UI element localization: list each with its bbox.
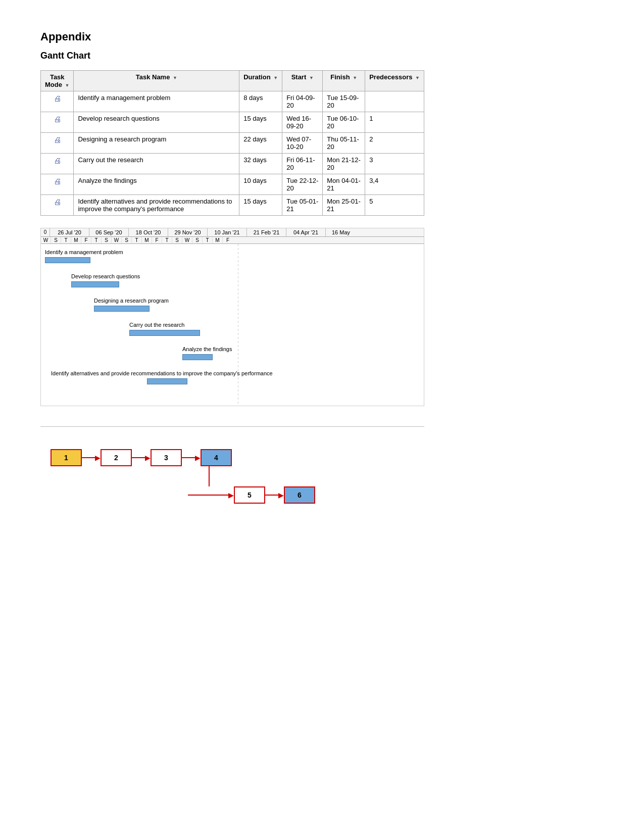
gantt-subheader-days: W S T M F T S W S T M F T S W S T M F bbox=[41, 237, 424, 244]
sub-t: T bbox=[61, 237, 71, 243]
network-node-5: 5 bbox=[234, 486, 265, 504]
cell-start-4: Fri 06-11-20 bbox=[282, 154, 323, 174]
chart-label-4: Carry out the research bbox=[129, 322, 184, 328]
net-arrow-line-1-2 bbox=[82, 457, 96, 458]
sub-t2: T bbox=[91, 237, 102, 243]
sub-s4: S bbox=[172, 237, 182, 243]
cell-finish-3: Thu 05-11-20 bbox=[323, 133, 365, 154]
sub-t5: T bbox=[203, 237, 213, 243]
cell-finish-5: Mon 04-01-21 bbox=[323, 174, 365, 195]
cell-pred-4: 3 bbox=[365, 154, 424, 174]
network-node-4: 4 bbox=[201, 449, 232, 466]
header-cell-2: 06 Sep '20 bbox=[89, 228, 129, 236]
cell-start-5: Tue 22-12-20 bbox=[282, 174, 323, 195]
cell-mode-6: 🖨 bbox=[41, 195, 74, 216]
cell-mode-1: 🖨 bbox=[41, 91, 74, 112]
chart-label-1: Identify a management problem bbox=[45, 249, 123, 255]
table-row-2: 🖨 Develop research questions 15 days Wed… bbox=[41, 112, 424, 133]
header-cell-7: 04 Apr '21 bbox=[286, 228, 326, 236]
sub-f2: F bbox=[152, 237, 162, 243]
net-arrow-tip-to-5: ▶ bbox=[228, 491, 234, 499]
sub-f3: F bbox=[223, 237, 233, 243]
net-arrow-line-3-4 bbox=[182, 457, 196, 458]
cell-finish-2: Tue 06-10-20 bbox=[323, 112, 365, 133]
cell-name-3: Designing a research program bbox=[74, 133, 239, 154]
cell-mode-5: 🖨 bbox=[41, 174, 74, 195]
cell-start-6: Tue 05-01-21 bbox=[282, 195, 323, 216]
cell-pred-6: 5 bbox=[365, 195, 424, 216]
network-diagram: 1 ▶ 2 ▶ 3 ▶ 4 ▶ 5 bbox=[40, 439, 424, 514]
network-node-3: 3 bbox=[151, 449, 182, 466]
header-cell-4: 29 Nov '20 bbox=[168, 228, 208, 236]
sub-w3: W bbox=[182, 237, 192, 243]
cell-pred-1 bbox=[365, 91, 424, 112]
section-separator bbox=[40, 426, 424, 427]
cell-finish-1: Tue 15-09-20 bbox=[323, 91, 365, 112]
cell-finish-4: Mon 21-12-20 bbox=[323, 154, 365, 174]
table-row-5: 🖨 Analyze the findings 10 days Tue 22-12… bbox=[41, 174, 424, 195]
sub-s: S bbox=[51, 237, 61, 243]
task-mode-icon-5: 🖨 bbox=[54, 177, 61, 185]
gantt-subtitle: Gantt Chart bbox=[40, 51, 604, 61]
cell-mode-4: 🖨 bbox=[41, 154, 74, 174]
chart-label-5: Analyze the findings bbox=[182, 346, 232, 352]
net-hline-to-5 bbox=[189, 495, 229, 496]
cell-name-2: Develop research questions bbox=[74, 112, 239, 133]
chart-bar-3 bbox=[94, 306, 150, 312]
chart-bar-1 bbox=[45, 257, 90, 263]
net-vline-segment bbox=[209, 466, 210, 486]
cell-duration-5: 10 days bbox=[239, 174, 282, 195]
task-mode-icon-6: 🖨 bbox=[54, 198, 61, 206]
net-arrow-tip-5-6: ▶ bbox=[278, 491, 284, 499]
cell-duration-1: 8 days bbox=[239, 91, 282, 112]
header-cell-8: 16 May bbox=[326, 228, 356, 236]
cell-name-6: Identify alternatives and provide recomm… bbox=[74, 195, 239, 216]
cell-duration-3: 22 days bbox=[239, 133, 282, 154]
sub-t3: T bbox=[132, 237, 142, 243]
cell-pred-3: 2 bbox=[365, 133, 424, 154]
header-cell-0: 0 bbox=[41, 228, 50, 236]
cell-duration-2: 15 days bbox=[239, 112, 282, 133]
cell-name-1: Identify a management problem bbox=[74, 91, 239, 112]
cell-start-1: Fri 04-09-20 bbox=[282, 91, 323, 112]
cell-finish-6: Mon 25-01-21 bbox=[323, 195, 365, 216]
col-finish[interactable]: Finish ▼ bbox=[323, 71, 365, 91]
chart-label-2: Develop research questions bbox=[71, 273, 140, 279]
header-cell-3: 18 Oct '20 bbox=[129, 228, 168, 236]
cell-start-2: Wed 16-09-20 bbox=[282, 112, 323, 133]
col-start[interactable]: Start ▼ bbox=[282, 71, 323, 91]
chart-label-6: Identify alternatives and provide recomm… bbox=[51, 370, 419, 376]
chart-label-3: Designing a research program bbox=[94, 298, 169, 304]
table-row-4: 🖨 Carry out the research 32 days Fri 06-… bbox=[41, 154, 424, 174]
col-duration[interactable]: Duration ▼ bbox=[239, 71, 282, 91]
col-task-mode[interactable]: TaskMode ▼ bbox=[41, 71, 74, 91]
cell-duration-6: 15 days bbox=[239, 195, 282, 216]
chart-bar-2 bbox=[71, 281, 119, 287]
network-node-2: 2 bbox=[101, 449, 132, 466]
col-task-name[interactable]: Task Name ▼ bbox=[74, 71, 239, 91]
sub-s2: S bbox=[102, 237, 112, 243]
gantt-vline bbox=[238, 244, 238, 406]
sub-w2: W bbox=[112, 237, 122, 243]
appendix-title: Appendix bbox=[40, 30, 604, 43]
table-row-6: 🖨 Identify alternatives and provide reco… bbox=[41, 195, 424, 216]
task-mode-icon-4: 🖨 bbox=[54, 156, 61, 165]
net-arrow-line-2-3 bbox=[132, 457, 146, 458]
net-arrow-tip-2-3: ▶ bbox=[145, 454, 151, 462]
sub-m2: M bbox=[142, 237, 152, 243]
sub-s5: S bbox=[192, 237, 203, 243]
gantt-table: TaskMode ▼ Task Name ▼ Duration ▼ Start … bbox=[40, 70, 424, 216]
header-cell-1: 26 Jul '20 bbox=[50, 228, 89, 236]
task-mode-icon-1: 🖨 bbox=[54, 94, 61, 103]
cell-start-3: Wed 07-10-20 bbox=[282, 133, 323, 154]
net-arrow-line-5-6 bbox=[265, 495, 279, 496]
col-predecessors[interactable]: Predecessors ▼ bbox=[365, 71, 424, 91]
net-arrow-tip-3-4: ▶ bbox=[195, 454, 201, 462]
cell-name-5: Analyze the findings bbox=[74, 174, 239, 195]
cell-pred-5: 3,4 bbox=[365, 174, 424, 195]
header-cell-6: 21 Feb '21 bbox=[247, 228, 286, 236]
net-arrow-tip-1-2: ▶ bbox=[95, 454, 101, 462]
network-vertical-section bbox=[51, 466, 424, 486]
network-node-1: 1 bbox=[51, 449, 82, 466]
network-row-top: 1 ▶ 2 ▶ 3 ▶ 4 bbox=[51, 449, 424, 466]
